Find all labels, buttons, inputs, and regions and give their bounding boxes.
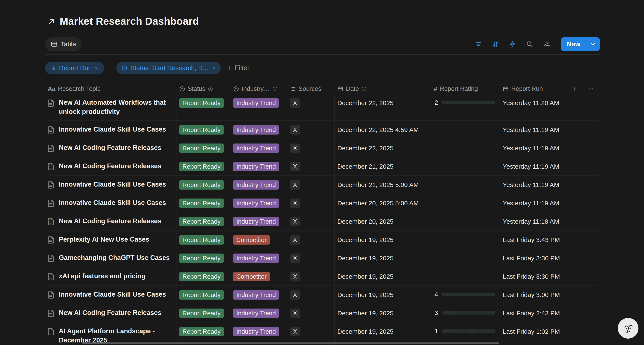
empty-cell[interactable] <box>566 212 599 230</box>
date-cell[interactable]: December 19, 2025 <box>334 304 431 322</box>
report-run-cell[interactable]: Last Friday 3:43 PM <box>500 231 566 249</box>
industry-cell[interactable]: Industry Trend <box>230 286 287 304</box>
topic-cell[interactable]: Gamechanging ChaGPT Use Cases <box>45 249 176 267</box>
topic-cell[interactable]: AI Agent Platform Landscape - December 2… <box>45 322 176 345</box>
sources-cell[interactable]: X <box>287 231 334 249</box>
rating-cell[interactable] <box>431 267 500 285</box>
empty-cell[interactable] <box>566 157 599 175</box>
empty-cell[interactable] <box>566 267 599 285</box>
column-header-run[interactable]: Report Run <box>500 85 566 92</box>
industry-cell[interactable]: Industry Trend <box>230 121 287 139</box>
table-more-button[interactable] <box>587 85 595 93</box>
tab-table[interactable]: Table <box>45 37 82 51</box>
sources-cell[interactable]: X <box>287 304 334 322</box>
date-cell[interactable]: December 22, 2025 <box>334 139 431 157</box>
table-row[interactable]: Gamechanging ChaGPT Use Cases Report Rea… <box>45 249 599 267</box>
sources-cell[interactable]: X <box>287 286 334 304</box>
plus-icon[interactable] <box>572 86 578 92</box>
topic-cell[interactable]: New AI Coding Feature Releases <box>45 212 176 230</box>
report-run-cell[interactable]: Last Friday 1:02 PM <box>500 322 566 345</box>
report-run-cell[interactable]: Yesterday 11:18 AM <box>500 212 566 230</box>
rating-cell[interactable] <box>431 194 500 212</box>
report-run-cell[interactable]: Yesterday 11:19 AM <box>500 157 566 175</box>
status-filter-chip[interactable]: Status: Start Research, R... <box>116 62 220 74</box>
empty-cell[interactable] <box>566 194 599 212</box>
column-header-rating[interactable]: #Report Rating <box>431 85 500 93</box>
topic-cell[interactable]: Innovative Claude Skill Use Cases <box>45 121 176 139</box>
rating-cell[interactable] <box>431 176 500 194</box>
add-column-button[interactable] <box>571 85 578 93</box>
industry-cell[interactable]: Industry Trend <box>230 212 287 230</box>
status-cell[interactable]: Report Ready <box>176 267 230 285</box>
column-header-status[interactable]: Status <box>176 85 230 92</box>
table-row[interactable]: xAI api features and pricing Report Read… <box>45 267 599 286</box>
table-row[interactable]: New AI Coding Feature Releases Report Re… <box>45 157 599 176</box>
table-row[interactable]: New AI Coding Feature Releases Report Re… <box>45 139 599 157</box>
industry-cell[interactable]: Industry Trend <box>230 322 287 345</box>
rating-cell[interactable] <box>431 231 500 249</box>
filter-lines-icon[interactable] <box>474 40 482 48</box>
date-cell[interactable]: December 19, 2025 <box>334 267 431 285</box>
horizontal-scrollbar[interactable] <box>82 342 499 344</box>
rating-cell[interactable]: 2 <box>431 94 500 121</box>
table-row[interactable]: AI Agent Platform Landscape - December 2… <box>45 322 599 345</box>
report-run-cell[interactable]: Yesterday 11:19 AM <box>500 121 566 139</box>
sources-cell[interactable]: X <box>287 194 334 212</box>
date-cell[interactable]: December 22, 2025 4:59 AM <box>334 121 431 139</box>
rating-cell[interactable] <box>431 249 500 267</box>
table-row[interactable]: Perplexity AI New Use Cases Report Ready… <box>45 231 599 249</box>
status-cell[interactable]: Report Ready <box>176 304 230 322</box>
report-run-cell[interactable]: Yesterday 11:19 AM <box>500 176 566 194</box>
empty-cell[interactable] <box>566 139 599 157</box>
status-cell[interactable]: Report Ready <box>176 249 230 267</box>
sources-cell[interactable]: X <box>287 267 334 285</box>
column-header-industry[interactable]: Industry… <box>230 85 287 92</box>
status-cell[interactable]: Report Ready <box>176 212 230 230</box>
sources-cell[interactable]: X <box>287 249 334 267</box>
rating-cell[interactable] <box>431 157 500 175</box>
industry-cell[interactable]: Industry Trend <box>230 139 287 157</box>
report-run-cell[interactable]: Yesterday 11:19 AM <box>500 139 566 157</box>
status-cell[interactable]: Report Ready <box>176 194 230 212</box>
status-cell[interactable]: Report Ready <box>176 157 230 175</box>
info-icon[interactable] <box>272 86 278 92</box>
empty-cell[interactable] <box>566 231 599 249</box>
sort-arrows-icon[interactable] <box>492 40 499 48</box>
lightning-icon[interactable] <box>509 40 516 48</box>
table-row[interactable]: Innovative Claude Skill Use Cases Report… <box>45 121 599 139</box>
topic-cell[interactable]: Innovative Claude Skill Use Cases <box>45 176 176 194</box>
industry-cell[interactable]: Industry Trend <box>230 176 287 194</box>
table-row[interactable]: Innovative Claude Skill Use Cases Report… <box>45 176 599 194</box>
rating-cell[interactable] <box>431 121 500 139</box>
topic-cell[interactable]: New AI Coding Feature Releases <box>45 139 176 157</box>
topic-cell[interactable]: New AI Coding Feature Releases <box>45 304 176 322</box>
table-row[interactable]: New AI Coding Feature Releases Report Re… <box>45 304 599 322</box>
status-cell[interactable]: Report Ready <box>176 139 230 157</box>
empty-cell[interactable] <box>566 304 599 322</box>
info-icon[interactable] <box>362 86 367 92</box>
empty-cell[interactable] <box>566 94 599 121</box>
topic-cell[interactable]: xAI api features and pricing <box>45 267 176 285</box>
info-icon[interactable] <box>208 86 213 92</box>
report-run-cell[interactable]: Yesterday 11:19 AM <box>500 194 566 212</box>
new-dropdown-button[interactable] <box>586 37 600 51</box>
ellipsis-icon[interactable] <box>588 86 594 92</box>
report-run-cell[interactable]: Last Friday 3:00 PM <box>500 286 566 304</box>
industry-cell[interactable]: Industry Trend <box>230 304 287 322</box>
sources-cell[interactable]: X <box>287 157 334 175</box>
industry-cell[interactable]: Industry Trend <box>230 249 287 267</box>
empty-cell[interactable] <box>566 322 599 345</box>
status-cell[interactable]: Report Ready <box>176 231 230 249</box>
date-cell[interactable]: December 19, 2025 <box>334 322 431 345</box>
table-row[interactable]: New AI Coding Feature Releases Report Re… <box>45 212 599 231</box>
date-cell[interactable]: December 19, 2025 <box>334 286 431 304</box>
rating-cell[interactable]: 3 <box>431 304 500 322</box>
search-icon[interactable] <box>526 40 534 48</box>
report-run-cell[interactable]: Last Friday 3:30 PM <box>500 249 566 267</box>
rating-cell[interactable]: 1 <box>431 322 500 345</box>
sources-cell[interactable]: X <box>287 139 334 157</box>
date-cell[interactable]: December 22, 2025 <box>334 94 431 121</box>
rating-cell[interactable] <box>431 212 500 230</box>
sources-cell[interactable]: X <box>287 176 334 194</box>
topic-cell[interactable]: Innovative Claude Skill Use Cases <box>45 194 176 212</box>
